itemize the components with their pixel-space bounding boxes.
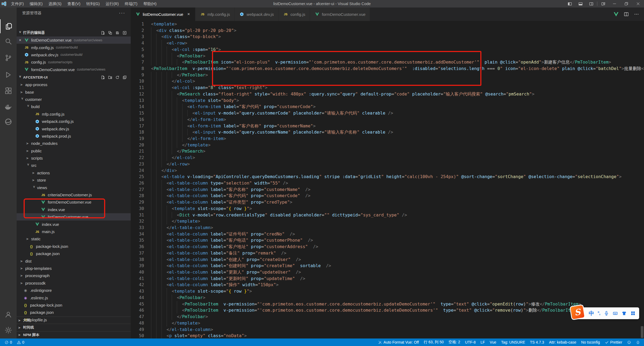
section-NPM 脚本[interactable]: >NPM 脚本 — [17, 331, 131, 338]
open-editor-item[interactable]: formDemoCustomer.vuecustomer\src\views — [17, 66, 131, 73]
code-line-text[interactable]: </el-row> — [167, 161, 190, 167]
code-line-text[interactable]: <el-table-column label="证件类型" prop="cred… — [167, 199, 292, 205]
project-header[interactable]: > AFCENTER-UI — [17, 73, 131, 81]
code-line-text[interactable]: </el-form-item> — [187, 135, 226, 142]
code-line-text[interactable]: <div class="pl-20 pr-20 pb-20"> — [156, 27, 236, 34]
code-line[interactable]: 21</PmSearch> — [131, 148, 644, 154]
tab-config.js[interactable]: JSconfig.js — [279, 8, 310, 21]
code-line-text[interactable]: <PmToolbarItem v-permission="'com.primet… — [151, 65, 644, 72]
code-line[interactable]: 6<PmToolbar> — [131, 53, 644, 59]
line-number[interactable]: 4 — [131, 40, 151, 46]
code-line[interactable]: 8<PmToolbarItem v-permission="'com.prime… — [131, 65, 644, 72]
code-editor[interactable]: 1<template>2<div class="pl-20 pr-20 pb-2… — [131, 21, 644, 338]
code-line-text[interactable]: <el-table-column label="客户地址" prop="cust… — [167, 244, 318, 250]
code-line[interactable]: 44<PmToolbar> — [131, 295, 644, 301]
tree-item-package-lock.json[interactable]: {}package-lock.json — [17, 301, 131, 309]
code-line-text[interactable]: <template slot="body"> — [182, 97, 239, 104]
line-number[interactable]: 39 — [131, 263, 151, 269]
line-number[interactable]: 43 — [131, 288, 151, 295]
code-line[interactable]: 13<template slot="body"> — [131, 97, 644, 104]
code-line[interactable]: 28<el-table-column label="客户代码" prop="cu… — [131, 193, 644, 199]
line-number[interactable]: 8 — [131, 65, 151, 72]
code-line-text[interactable]: <PmToolbar> — [177, 295, 205, 301]
code-line[interactable]: 27<el-table-column label="客户名称" prop="cu… — [131, 186, 644, 193]
code-line-text[interactable]: <template> — [151, 21, 177, 27]
code-line[interactable]: 32</template> — [131, 218, 644, 224]
tree-item-listDemoCustomer.vue[interactable]: listDemoCustomer.vue — [17, 213, 131, 220]
status-warning-triangle[interactable]: 0 — [14, 338, 27, 346]
tree-item-package-lock.json[interactable]: {}package-lock.json — [17, 243, 131, 250]
code-line-text[interactable]: <el-table-column label="备注" prop="remark… — [167, 250, 286, 256]
code-line[interactable]: 39<el-table-column label="创建时间" prop="cr… — [131, 263, 644, 269]
open-editor-item[interactable]: webpack.dev.jscustomer\build — [17, 51, 131, 58]
activity-run-debug[interactable] — [0, 68, 17, 82]
code-line-text[interactable]: <el-table v-loading="ApiController.query… — [162, 174, 622, 180]
line-number[interactable]: 2 — [131, 27, 151, 34]
code-line-text[interactable]: <PmSearch class="float-right" style="wid… — [177, 91, 534, 97]
code-line-text[interactable]: </el-form-item> — [187, 116, 226, 123]
sogou-logo-icon[interactable]: S — [569, 304, 585, 320]
status-行 63, 列 50[interactable]: 行 63, 列 50 — [421, 340, 446, 345]
ime-chinese-mode-icon[interactable]: 中 — [589, 310, 594, 317]
vscode-logo-icon[interactable] — [0, 1, 8, 6]
code-line[interactable]: 34<el-table-column label="证件号码" prop="cr… — [131, 231, 644, 237]
scrollbar-thumb[interactable] — [641, 326, 643, 338]
code-line-text[interactable]: </el-col> — [172, 78, 195, 84]
ime-toolbox-icon[interactable] — [630, 311, 636, 316]
tree-item-index.vue[interactable]: index.vue — [17, 220, 131, 228]
code-line-text[interactable]: <el-col :span="8" class="text-right"> — [172, 84, 268, 91]
status-Prettier[interactable]: Prettier — [602, 340, 625, 344]
status-LF[interactable]: LF — [478, 340, 487, 344]
code-line-text[interactable]: </PmToolbar> — [177, 314, 208, 320]
activity-browser-preview[interactable] — [0, 115, 17, 129]
code-line-text[interactable]: <PmToolbar> — [177, 53, 205, 59]
code-line[interactable]: 50<p slot="empty" class="noData"> — [131, 333, 644, 338]
line-number[interactable]: 10 — [131, 78, 151, 84]
close-icon[interactable]: × — [186, 12, 191, 17]
code-line-text[interactable]: <el-table-column label="证件号码" prop="cred… — [167, 231, 295, 237]
line-number[interactable]: 36 — [131, 244, 151, 250]
line-number[interactable]: 14 — [131, 104, 151, 110]
status-bell[interactable] — [634, 340, 642, 344]
line-number[interactable]: 37 — [131, 250, 151, 256]
tab-webpack.dev.js[interactable]: webpack.dev.js — [235, 8, 278, 21]
menu-选择[interactable]: 选择(S) — [46, 1, 64, 6]
line-number[interactable]: 30 — [131, 205, 151, 212]
more-actions-icon[interactable] — [634, 12, 639, 17]
activity-account[interactable] — [0, 307, 17, 321]
open-editor-item[interactable]: JSconfig.jscustomer\scripts — [17, 58, 131, 66]
line-number[interactable]: 18 — [131, 129, 151, 135]
code-line-text[interactable]: <el-table-column label="客户电话" prop="cust… — [167, 237, 313, 244]
save-all-icon[interactable] — [115, 31, 120, 35]
code-line[interactable]: 12<PmSearch class="float-right" style="w… — [131, 91, 644, 97]
code-line-text[interactable]: <el-col :span="16"> — [172, 46, 221, 53]
tree-item-src[interactable]: >src — [17, 162, 131, 169]
line-number[interactable]: 44 — [131, 295, 151, 301]
menu-文件[interactable]: 文件(F) — [8, 1, 27, 6]
menu-编辑[interactable]: 编辑(E) — [27, 1, 46, 6]
tree-item-dist[interactable]: >dist — [17, 257, 131, 264]
minimize-button[interactable] — [609, 0, 620, 8]
line-number[interactable]: 38 — [131, 256, 151, 263]
code-line[interactable]: 19</el-form-item> — [131, 135, 644, 142]
line-number[interactable]: 12 — [131, 91, 151, 97]
restore-button[interactable] — [620, 0, 632, 8]
code-line-text[interactable]: </el-table-column> — [167, 326, 213, 333]
line-number[interactable]: 31 — [131, 212, 151, 218]
code-line[interactable]: 23</el-row> — [131, 161, 644, 167]
tree-item-app-process[interactable]: >app-process — [17, 81, 131, 88]
new-untitled-file-icon[interactable] — [101, 31, 105, 35]
code-line[interactable]: 30<template slot-scope="{ row }"> — [131, 205, 644, 212]
line-number[interactable]: 11 — [131, 84, 151, 91]
menu-终端[interactable]: 终端(T) — [122, 1, 141, 6]
code-line-text[interactable]: <el-table-column label="更新人" prop="updat… — [167, 269, 301, 275]
tab-mfp.config.js[interactable]: JSmfp.config.js — [195, 8, 235, 21]
line-number[interactable]: 19 — [131, 135, 151, 142]
code-line[interactable]: 42<el-table-column label="操作" width="150… — [131, 282, 644, 288]
code-line[interactable]: 31<Dict v-model="row.credentialsType" di… — [131, 212, 644, 218]
activity-search[interactable] — [0, 34, 17, 48]
code-line[interactable]: 41<el-table-column label="更新时间" prop="up… — [131, 275, 644, 282]
layout-sidebar-button[interactable] — [564, 0, 575, 8]
editor-layout-icon[interactable] — [108, 31, 112, 35]
tree-item-main.js[interactable]: JSmain.js — [17, 228, 131, 235]
